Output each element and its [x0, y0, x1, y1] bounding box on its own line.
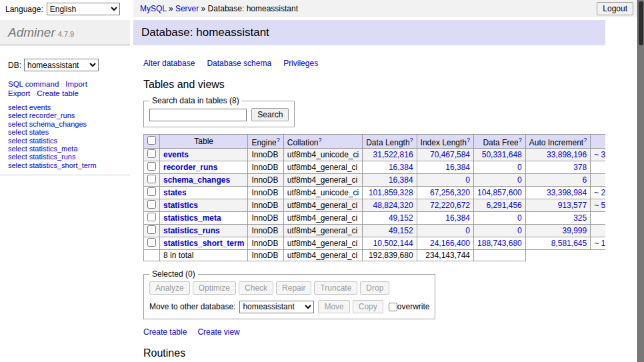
analyze-button[interactable]: Analyze — [149, 281, 190, 295]
action-privileges[interactable]: Privileges — [283, 59, 318, 68]
sidebar-select-events[interactable]: select events — [8, 103, 122, 111]
column-help-link[interactable]: ? — [583, 138, 587, 147]
sidebar-link-export[interactable]: Export — [8, 89, 30, 97]
app-version: 4.7.9 — [58, 30, 74, 38]
auto-increment-link[interactable]: 913,577 — [558, 201, 587, 210]
table-name-link[interactable]: statistics_meta — [163, 213, 221, 223]
index-length-link[interactable]: 67,256,320 — [430, 188, 470, 197]
data-free-link[interactable]: 50,331,648 — [482, 150, 522, 159]
drop-button[interactable]: Drop — [360, 281, 389, 295]
table-name-link[interactable]: recorder_runs — [163, 163, 217, 172]
table-name-link[interactable]: statistics — [163, 201, 198, 210]
action-database-schema[interactable]: Database schema — [207, 59, 271, 68]
data-length-link[interactable]: 101,859,328 — [369, 188, 413, 197]
search-button[interactable]: Search — [251, 108, 289, 121]
data-length-link[interactable]: 10,502,144 — [373, 239, 413, 248]
sidebar-select-statistics-short-term[interactable]: select statistics_short_term — [8, 161, 122, 169]
auto-increment-link[interactable]: 325 — [573, 213, 587, 223]
table-name-link[interactable]: statistics_short_term — [163, 239, 244, 248]
sidebar-select-schema-changes[interactable]: select schema_changes — [8, 120, 122, 128]
column-help-link[interactable]: ? — [467, 138, 470, 147]
rows-link[interactable]: ~ 312,180 — [594, 150, 605, 159]
truncate-button[interactable]: Truncate — [314, 281, 357, 295]
data-length-link[interactable]: 16,384 — [389, 163, 413, 172]
index-length-cell: 0 — [417, 225, 473, 237]
auto-increment-link[interactable]: 33,398,984 — [547, 188, 587, 197]
column-help-link[interactable]: ? — [277, 138, 280, 147]
auto-increment-link[interactable]: 378 — [573, 163, 587, 172]
table-name-link[interactable]: events — [163, 150, 189, 159]
data-free-link[interactable]: 0 — [517, 175, 522, 185]
table-name-link[interactable]: states — [163, 188, 187, 197]
data-length-link[interactable]: 31,522,816 — [373, 150, 413, 159]
auto-increment-link[interactable]: 6 — [582, 175, 587, 185]
overwrite-checkbox[interactable] — [389, 303, 397, 311]
sidebar-select-statistics-meta[interactable]: select statistics_meta — [8, 145, 122, 153]
sidebar-select-states[interactable]: select states — [8, 128, 122, 136]
data-free-link[interactable]: 0 — [517, 163, 522, 172]
sidebar-select-recorder-runs[interactable]: select recorder_runs — [8, 111, 122, 119]
sidebar-select-statistics[interactable]: select statistics — [8, 137, 122, 145]
move-db-select[interactable]: homeassistant — [239, 301, 314, 313]
optimize-button[interactable]: Optimize — [193, 281, 236, 295]
scrollbar[interactable] — [637, 0, 644, 362]
index-length-link[interactable]: 24,166,400 — [430, 239, 470, 248]
breadcrumb-link-server[interactable]: Server — [175, 4, 199, 13]
move-button[interactable]: Move — [318, 300, 349, 313]
index-length-link[interactable]: 70,467,584 — [430, 150, 470, 159]
row-checkbox[interactable] — [147, 238, 156, 247]
sidebar-link-create-table[interactable]: Create table — [37, 89, 79, 97]
data-length-link[interactable]: 49,152 — [389, 226, 413, 235]
data-free-link[interactable]: 188,743,680 — [477, 239, 522, 248]
app-name: Adminer — [8, 25, 55, 39]
index-length-link[interactable]: 0 — [465, 175, 470, 185]
scrollbar-thumb[interactable] — [639, 1, 643, 45]
search-input[interactable] — [149, 109, 247, 121]
index-length-link[interactable]: 72,220,672 — [430, 201, 470, 210]
row-checkbox[interactable] — [147, 162, 156, 171]
index-length-link[interactable]: 16,384 — [445, 163, 470, 172]
logout-button[interactable]: Logout — [597, 2, 633, 15]
row-checkbox[interactable] — [147, 149, 156, 158]
select-all-checkbox[interactable] — [147, 136, 156, 145]
data-length-link[interactable]: 49,152 — [389, 213, 413, 223]
create-view-link[interactable]: Create view — [197, 327, 239, 337]
table-row: statisticsInnoDButf8mb4_general_ci48,824… — [144, 199, 606, 212]
column-help-link[interactable]: ? — [318, 138, 321, 147]
data-length-link[interactable]: 48,824,320 — [373, 201, 413, 210]
db-select[interactable]: homeassistant — [24, 59, 99, 71]
data-length-link[interactable]: 16,384 — [389, 175, 413, 185]
sidebar-link-import[interactable]: Import — [65, 80, 87, 88]
row-checkbox[interactable] — [147, 187, 156, 196]
language-select[interactable]: English — [47, 3, 120, 15]
data-free-link[interactable]: 104,857,600 — [477, 188, 522, 197]
rows-link[interactable]: ~ 569,159 — [594, 201, 605, 210]
rows-link[interactable]: ~ 136,108 — [594, 239, 605, 248]
create-table-link[interactable]: Create table — [143, 327, 187, 337]
row-checkbox[interactable] — [147, 175, 156, 183]
row-checkbox[interactable] — [147, 225, 156, 234]
column-help-link[interactable]: ? — [519, 138, 522, 147]
sidebar-link-sql-command[interactable]: SQL command — [8, 80, 59, 88]
auto-increment-link[interactable]: 33,898,196 — [547, 150, 587, 159]
auto-increment-link[interactable]: 39,999 — [562, 226, 587, 235]
data-free-link[interactable]: 0 — [517, 226, 522, 235]
sidebar-select-statistics-runs[interactable]: select statistics_runs — [8, 153, 122, 161]
auto-increment-link[interactable]: 8,581,645 — [551, 239, 587, 248]
index-length-link[interactable]: 0 — [465, 226, 470, 235]
table-name-link[interactable]: statistics_runs — [163, 226, 220, 235]
rows-link[interactable]: ~ 299,833 — [594, 188, 605, 197]
row-checkbox[interactable] — [147, 200, 156, 209]
action-alter-database[interactable]: Alter database — [143, 59, 195, 68]
data-free-link[interactable]: 0 — [517, 213, 522, 223]
table-name-link[interactable]: schema_changes — [163, 175, 230, 185]
data-free-link[interactable]: 6,291,456 — [486, 201, 521, 210]
row-checkbox[interactable] — [147, 213, 156, 221]
copy-button[interactable]: Copy — [353, 300, 383, 313]
repair-button[interactable]: Repair — [276, 281, 311, 295]
check-button[interactable]: Check — [239, 281, 273, 295]
index-length-link[interactable]: 16,384 — [445, 213, 470, 223]
engine-cell: InnoDB — [248, 187, 283, 199]
breadcrumb-link-mysql[interactable]: MySQL — [140, 4, 167, 13]
column-help-link[interactable]: ? — [410, 138, 413, 147]
